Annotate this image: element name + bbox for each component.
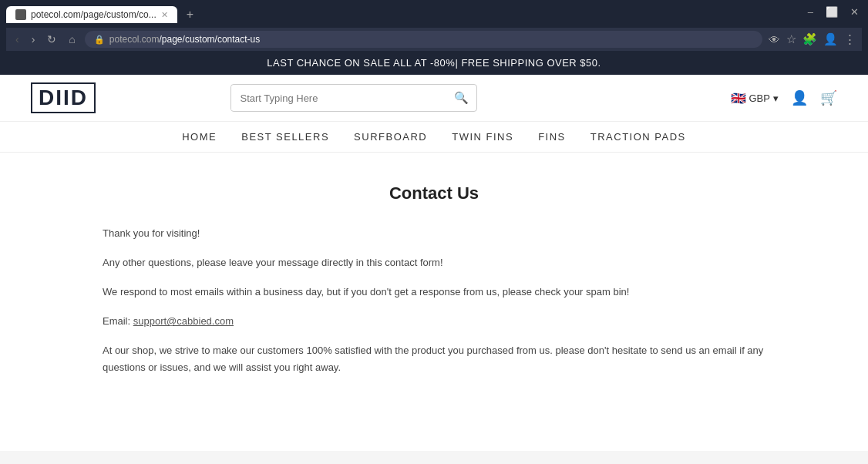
url-domain: potecol.com — [109, 34, 160, 45]
lock-icon: 🔒 — [94, 35, 105, 45]
site-footer: About our store Store Location: 110 Hurl… — [0, 451, 868, 464]
nav-item-fins[interactable]: FINS — [538, 131, 566, 143]
nav-item-surfboard[interactable]: SurfBoard — [354, 131, 427, 143]
more-options-icon[interactable]: ⋮ — [844, 32, 856, 46]
email-link[interactable]: support@cabbied.com — [133, 315, 234, 327]
page-title: Contact Us — [103, 183, 765, 203]
win-close-button[interactable]: ✕ — [850, 6, 859, 18]
bookmark-icon[interactable]: ☆ — [786, 32, 796, 46]
address-bar[interactable]: 🔒 potecol.com/page/custom/contact-us — [85, 31, 762, 48]
eye-off-icon[interactable]: 👁 — [769, 33, 780, 46]
nav-item-best-sellers[interactable]: Best sellers — [241, 131, 329, 143]
contact-email-line: Email: support@cabbied.com — [103, 313, 765, 330]
active-tab[interactable]: potecol.com/page/custom/co... ✕ — [6, 6, 177, 23]
contact-paragraph-1: Thank you for visiting! — [103, 225, 765, 242]
contact-paragraph-4: At our shop, we strive to make our custo… — [103, 342, 765, 376]
win-minimize-button[interactable]: – — [808, 6, 813, 18]
url-display: potecol.com/page/custom/contact-us — [109, 34, 753, 45]
main-content: Contact Us Thank you for visiting! Any o… — [87, 153, 781, 420]
flag-icon: 🇬🇧 — [731, 91, 746, 106]
search-input[interactable] — [231, 86, 446, 110]
forward-button[interactable]: › — [29, 32, 39, 47]
currency-selector[interactable]: 🇬🇧 GBP ▾ — [731, 91, 779, 106]
email-label: Email: — [103, 315, 130, 327]
profile-icon[interactable]: 👤 — [823, 32, 838, 46]
promo-text: LAST CHANCE ON SALE ALL AT -80%| FREE SH… — [267, 57, 601, 69]
site-logo[interactable]: DIID — [31, 82, 96, 113]
currency-label: GBP — [749, 92, 770, 104]
site-header: DIID 🔍 🇬🇧 GBP ▾ 👤 🛒 — [0, 75, 868, 122]
promo-banner: LAST CHANCE ON SALE ALL AT -80%| FREE SH… — [0, 51, 868, 75]
tab-label: potecol.com/page/custom/co... — [31, 9, 156, 20]
home-button[interactable]: ⌂ — [66, 32, 78, 47]
back-button[interactable]: ‹ — [12, 32, 22, 47]
main-nav: Home Best sellers SurfBoard Twin Fins FI… — [0, 122, 868, 153]
header-right: 🇬🇧 GBP ▾ 👤 🛒 — [731, 89, 837, 106]
win-maximize-button[interactable]: ⬜ — [826, 6, 838, 18]
browser-actions: 👁 ☆ 🧩 👤 ⋮ — [769, 32, 856, 46]
currency-chevron-icon: ▾ — [773, 92, 779, 104]
nav-item-traction-pads[interactable]: Traction Pads — [590, 131, 686, 143]
nav-item-twin-fins[interactable]: Twin Fins — [452, 131, 513, 143]
new-tab-button[interactable]: + — [180, 5, 200, 25]
contact-paragraph-3: We respond to most emails within a busin… — [103, 284, 765, 301]
account-icon[interactable]: 👤 — [791, 89, 808, 106]
search-bar: 🔍 — [230, 84, 477, 112]
contact-paragraph-2: Any other questions, please leave your m… — [103, 254, 765, 271]
cart-icon[interactable]: 🛒 — [820, 89, 837, 106]
refresh-button[interactable]: ↻ — [44, 32, 59, 47]
tab-close-button[interactable]: ✕ — [161, 10, 168, 20]
url-path: /page/custom/contact-us — [160, 34, 261, 45]
extensions-icon[interactable]: 🧩 — [802, 32, 817, 46]
search-submit-button[interactable]: 🔍 — [446, 85, 476, 111]
tab-favicon — [15, 9, 26, 20]
nav-item-home[interactable]: Home — [182, 131, 217, 143]
